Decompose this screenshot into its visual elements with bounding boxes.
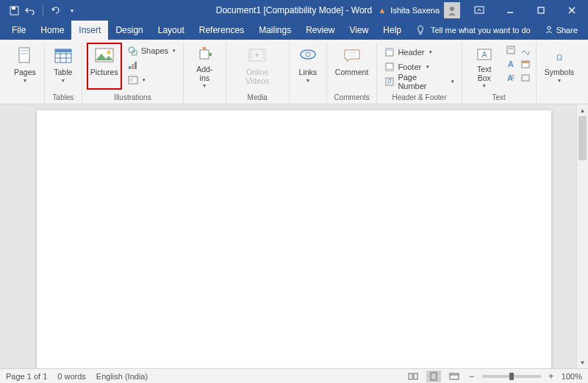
menu-bar: File Home Insert Design Layout Reference… (0, 21, 588, 40)
zoom-level[interactable]: 100% (562, 372, 582, 381)
svg-point-34 (251, 57, 252, 58)
tab-insert[interactable]: Insert (71, 21, 108, 40)
object-icon[interactable] (520, 72, 531, 84)
signature-icon[interactable] (520, 44, 531, 56)
qat-customize-icon[interactable]: ▾ (67, 5, 77, 15)
page-number-icon: # (384, 76, 395, 87)
svg-point-21 (129, 47, 135, 53)
pages-button[interactable]: Pages ▼ (10, 43, 40, 90)
svg-rect-11 (21, 50, 28, 51)
web-layout-icon[interactable] (447, 371, 462, 382)
addins-icon (194, 46, 215, 63)
svg-text:A: A (508, 60, 514, 68)
smartart-button[interactable]: ▾ (125, 74, 179, 87)
chevron-down-icon: ▼ (556, 78, 562, 83)
group-addins: Add-ins ▼ (184, 43, 226, 104)
icons-button[interactable] (125, 59, 179, 72)
links-button[interactable]: Links ▼ (294, 43, 322, 90)
pictures-button[interactable]: Pictures (87, 43, 122, 90)
word-count[interactable]: 0 words (57, 372, 86, 381)
scroll-track[interactable] (577, 116, 588, 357)
read-mode-icon[interactable] (406, 371, 420, 382)
share-label: Share (556, 26, 578, 35)
titlebar-right: ▲ Ishita Saxena (378, 0, 588, 21)
svg-rect-28 (200, 50, 209, 59)
zoom-slider[interactable] (482, 375, 541, 378)
header-icon (384, 47, 395, 57)
maximize-icon[interactable] (529, 0, 553, 21)
svg-text:A: A (481, 50, 487, 59)
ribbon-insert: Pages ▼ Table ▼ Tables Pictures Sha (0, 40, 588, 104)
scroll-thumb[interactable] (578, 116, 587, 160)
close-icon[interactable] (560, 0, 584, 21)
tell-me-search[interactable]: Tell me what you want to do (416, 25, 531, 35)
tab-mailings[interactable]: Mailings (251, 21, 298, 40)
textbox-button[interactable]: A Text Box ▼ (467, 43, 502, 90)
table-button[interactable]: Table ▼ (49, 43, 77, 90)
tab-help[interactable]: Help (376, 21, 409, 40)
header-button[interactable]: Header▾ (381, 46, 456, 59)
save-icon[interactable] (9, 5, 19, 15)
svg-rect-12 (21, 53, 28, 54)
svg-point-20 (107, 51, 110, 54)
svg-rect-54 (522, 61, 529, 63)
language-status[interactable]: English (India) (96, 372, 148, 381)
warning-icon: ▲ (378, 6, 386, 15)
scroll-down-icon[interactable]: ▼ (577, 357, 588, 368)
minimize-icon[interactable] (498, 0, 522, 21)
svg-rect-27 (130, 79, 132, 81)
scroll-up-icon[interactable]: ▲ (577, 104, 588, 116)
comment-icon (342, 46, 362, 66)
user-account[interactable]: ▲ Ishita Saxena (378, 2, 460, 18)
footer-button[interactable]: Footer▾ (381, 60, 456, 74)
svg-rect-50 (507, 46, 514, 54)
svg-rect-62 (431, 373, 437, 380)
quickparts-icon[interactable] (505, 44, 517, 56)
group-pages: Pages ▼ (6, 43, 45, 104)
tab-view[interactable]: View (343, 21, 376, 40)
addins-button[interactable]: Add-ins ▼ (188, 43, 220, 90)
chevron-down-icon: ▼ (305, 78, 310, 83)
tab-home[interactable]: Home (33, 21, 71, 40)
redo-icon[interactable] (51, 5, 61, 15)
document-page[interactable] (37, 110, 551, 368)
svg-rect-3 (475, 7, 484, 13)
tab-design[interactable]: Design (108, 21, 150, 40)
share-button[interactable]: Share (545, 25, 578, 35)
tab-file[interactable]: File (4, 21, 33, 40)
tab-review[interactable]: Review (298, 21, 342, 40)
zoom-out-button[interactable]: − (467, 371, 476, 382)
comment-button[interactable]: Comment (331, 43, 373, 90)
svg-rect-60 (409, 373, 412, 379)
svg-point-36 (262, 54, 264, 55)
bulb-icon (416, 25, 426, 35)
svg-point-39 (306, 52, 310, 57)
symbols-button[interactable]: Ω Symbols ▼ (541, 43, 578, 90)
page-status[interactable]: Page 1 of 1 (6, 372, 47, 381)
svg-point-32 (251, 51, 252, 52)
shapes-button[interactable]: Shapes▾ (125, 44, 179, 57)
date-icon[interactable] (520, 58, 531, 70)
zoom-knob[interactable] (509, 373, 514, 380)
print-layout-icon[interactable] (426, 371, 441, 382)
vertical-scrollbar[interactable]: ▲ ▼ (576, 104, 588, 368)
group-symbols: Ω Symbols ▼ (537, 43, 582, 104)
group-illustrations: Pictures Shapes▾ ▾ Illustrations (82, 43, 184, 104)
dropcap-icon[interactable]: A (505, 72, 517, 84)
svg-point-9 (547, 26, 550, 29)
qat-separator (43, 5, 43, 15)
quick-access-toolbar: ▾ (0, 5, 77, 15)
page-number-button[interactable]: #Page Number▾ (381, 75, 456, 88)
ribbon-display-icon[interactable] (467, 0, 491, 21)
tab-layout[interactable]: Layout (151, 21, 192, 40)
undo-icon[interactable] (25, 5, 35, 15)
chevron-down-icon: ▼ (481, 83, 487, 88)
pages-icon (15, 46, 35, 66)
group-tables: Table ▼ Tables (45, 43, 82, 104)
wordart-icon[interactable]: A (505, 58, 517, 70)
group-links: Links ▼ (290, 43, 327, 104)
tab-references[interactable]: References (192, 21, 251, 40)
zoom-in-button[interactable]: + (547, 371, 556, 382)
document-area[interactable] (0, 104, 588, 368)
svg-rect-43 (386, 49, 393, 51)
